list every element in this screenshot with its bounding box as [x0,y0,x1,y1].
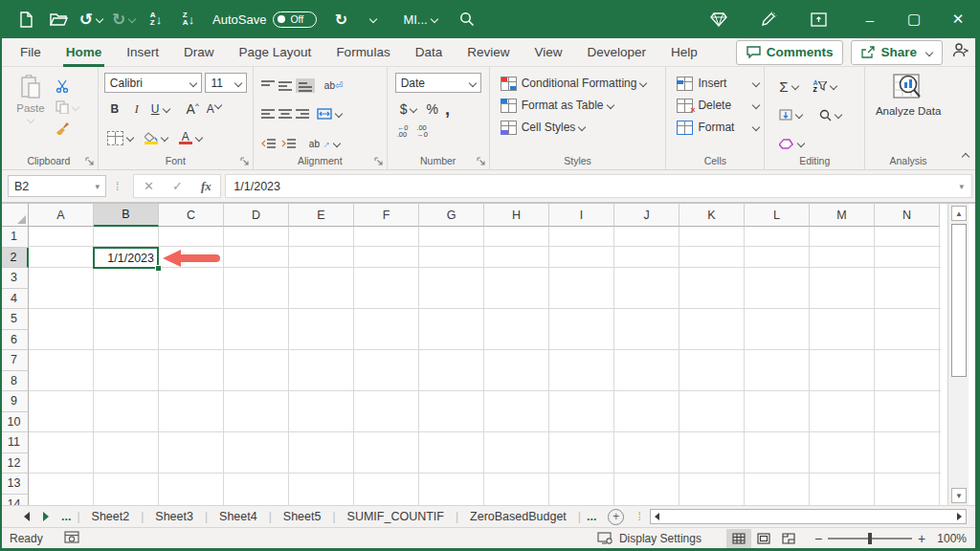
align-bottom-icon-active[interactable] [296,78,315,93]
format-painter-button[interactable] [53,121,81,136]
new-sheet-button[interactable]: + [608,509,624,525]
close-button[interactable]: ✕ [936,0,980,38]
font-size-combo[interactable]: 11 [205,73,246,93]
sheet-nav-left-arrow[interactable] [24,512,30,521]
font-name-combo[interactable]: Calibri [104,73,203,93]
clipboard-dialog-launcher[interactable] [85,157,95,166]
sort-filter-button[interactable]: AZ [811,75,839,98]
display-settings-button[interactable]: Display Settings [597,532,702,545]
font-color-button[interactable]: A [176,126,205,149]
borders-button[interactable] [104,126,136,149]
column-header-J[interactable]: J [614,204,679,227]
macro-record-icon[interactable] [64,531,79,546]
column-header-L[interactable]: L [745,204,810,227]
sheet-tabs-overflow-left[interactable]: ... [61,510,71,523]
increase-decimal-button[interactable]: ←0.00 [397,124,409,138]
sort-az-icon[interactable]: AZ↓ [142,6,170,33]
clear-button[interactable] [776,132,807,155]
fill-button[interactable] [776,103,805,126]
collapse-ribbon-chevron[interactable] [962,153,969,161]
row-header-13[interactable]: 13 [0,474,29,495]
gem-icon[interactable] [704,6,733,33]
formula-bar-splitter[interactable]: ⁞ [116,180,120,193]
grow-font-button[interactable]: A^ [184,98,202,121]
sheet-tabs-overflow-right[interactable]: ... [587,510,596,523]
row-header-14[interactable]: 14 [0,495,29,506]
formula-input[interactable]: 1/1/2023 ▾ [225,174,972,198]
decrease-decimal-button[interactable]: .00→0 [416,124,428,138]
account-person-icon[interactable] [952,43,969,61]
zoom-out-button[interactable]: − [814,531,822,546]
insert-cells-button[interactable]: Insert [674,75,762,92]
tab-data[interactable]: Data [403,38,456,67]
align-top-icon[interactable] [261,80,275,91]
tab-page-layout[interactable]: Page Layout [227,38,324,67]
font-dialog-launcher[interactable] [240,157,250,166]
open-file-icon[interactable] [44,6,73,33]
number-dialog-launcher[interactable] [477,157,486,166]
row-header-1[interactable]: 1 [0,227,29,248]
zoom-slider-thumb[interactable] [868,533,872,544]
italic-button[interactable]: I [127,98,146,121]
percent-style-button[interactable]: % [426,101,437,117]
sync-refresh-icon[interactable]: ↻ [326,6,355,33]
column-header-E[interactable]: E [289,204,354,227]
column-header-K[interactable]: K [679,204,745,227]
number-format-combo[interactable]: Date [395,73,481,93]
decrease-indent-icon[interactable] [261,139,276,148]
row-header-9[interactable]: 9 [0,391,29,412]
sheet-tab-sheet2[interactable]: Sheet2 [80,506,142,527]
tab-home[interactable]: Home [54,38,115,67]
sheet-tab-sheet5[interactable]: Sheet5 [272,506,333,527]
document-title[interactable]: MI... [403,12,436,27]
sort-za-icon[interactable]: ZA↓ [174,6,203,33]
scroll-up-arrow[interactable]: ▲ [951,206,967,221]
tab-insert[interactable]: Insert [114,38,171,67]
bold-button[interactable]: B [104,98,125,121]
insert-function-button[interactable]: fx [191,179,220,194]
horizontal-scrollbar[interactable] [650,509,967,524]
comma-style-button[interactable]: , [445,99,450,120]
selected-cell-B2[interactable]: 1/1/2023 [93,247,159,269]
hscroll-right-arrow[interactable] [957,513,962,520]
expand-formula-bar-chevron[interactable]: ▾ [959,182,964,191]
sheetbar-splitter[interactable]: ⁞ [637,510,641,523]
column-header-A[interactable]: A [29,204,94,227]
zoom-slider[interactable] [828,538,912,540]
minimize-button[interactable]: – [848,0,892,38]
tab-help[interactable]: Help [658,38,710,67]
page-break-preview-icon[interactable] [776,529,801,548]
format-as-table-button[interactable]: Format as Table [498,97,666,114]
vertical-scrollbar[interactable]: ▲ ▼ [947,204,969,505]
delete-cells-button[interactable]: ×Delete [674,97,762,114]
pen-icon[interactable] [754,6,783,33]
tab-file[interactable]: File [8,38,54,67]
cell-styles-button[interactable]: Cell Styles [498,119,666,136]
row-header-4[interactable]: 4 [0,289,29,310]
tab-draw[interactable]: Draw [171,38,227,67]
comments-button[interactable]: Comments [736,40,844,65]
hscroll-left-arrow[interactable] [655,513,659,520]
scroll-down-arrow[interactable]: ▼ [951,488,967,503]
orientation-button[interactable]: ab→ [301,132,343,155]
ribbon-display-options-icon[interactable] [804,6,833,33]
column-header-C[interactable]: C [159,204,224,227]
column-header-I[interactable]: I [549,204,614,227]
column-header-F[interactable]: F [354,204,419,227]
zoom-in-button[interactable]: + [918,531,925,546]
worksheet-grid[interactable]: ABCDEFGHIJKLMN 1234567891011121314 1/1/2… [0,204,947,505]
column-header-B[interactable]: B [94,204,159,227]
column-header-G[interactable]: G [419,204,484,227]
column-header-D[interactable]: D [224,204,289,227]
autosave-control[interactable]: AutoSave Off [212,11,317,28]
column-header-H[interactable]: H [484,204,549,227]
row-header-7[interactable]: 7 [0,350,29,371]
sheet-tab-sheet4[interactable]: Sheet4 [208,506,269,527]
shrink-font-button[interactable]: A [204,98,224,121]
row-header-11[interactable]: 11 [0,432,29,453]
row-header-2[interactable]: 2 [0,248,29,269]
search-icon[interactable] [453,6,481,33]
name-box[interactable]: B2▾ [8,175,106,197]
column-header-M[interactable]: M [810,204,875,227]
analyze-data-button[interactable]: Analyze Data [865,72,951,118]
